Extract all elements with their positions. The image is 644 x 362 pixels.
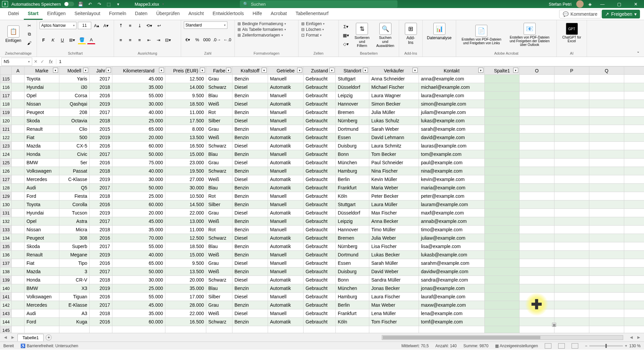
cell[interactable] [485,226,520,234]
row-header[interactable]: 136 [0,251,12,259]
cell[interactable]: Bremen [336,108,369,117]
cell[interactable]: Gebraucht [304,142,336,150]
cell[interactable]: laura@example.com [419,92,485,100]
cell[interactable]: Hannover [336,100,369,108]
cell[interactable] [589,125,624,133]
cell[interactable] [624,117,644,125]
cell[interactable] [485,83,520,92]
cell[interactable] [589,267,624,276]
cell[interactable] [624,209,644,217]
cell[interactable] [12,226,24,234]
col-header-Zustand[interactable]: Zustand▾ [304,67,336,75]
cell[interactable] [232,326,268,333]
cell[interactable]: 2019 [90,209,112,217]
cell[interactable]: Honda [24,150,59,159]
merge-icon[interactable]: ⊟▾ [164,36,172,44]
cell[interactable] [12,217,24,226]
cell[interactable] [624,293,644,301]
orientation-icon[interactable]: ⟲▾ [145,21,154,29]
tab-daten[interactable]: Daten [131,8,151,20]
tab-tabellenentwurf[interactable]: Tabellenentwurf [291,8,332,20]
cell[interactable]: Schwarz [206,167,232,175]
cell[interactable] [12,184,24,192]
cell[interactable] [520,92,554,100]
cell[interactable]: 11.000 [165,108,206,117]
cell[interactable] [554,293,589,301]
cell[interactable]: Tom Becker [369,150,419,159]
cell[interactable]: 17.000 [165,293,206,301]
cell[interactable]: Max Weber [369,301,419,309]
font-color-icon[interactable]: A [87,36,95,44]
cell[interactable] [485,184,520,192]
cell[interactable]: Volkswagen [24,167,59,175]
cell[interactable] [520,251,554,259]
cell[interactable]: Grau [206,159,232,167]
cell[interactable]: 13.000 [165,217,206,226]
cell[interactable]: Manuell [268,226,304,234]
pdf-link-button[interactable]: 📄Erstellen von PDF-Dateien und Freigeben… [459,23,504,46]
cell[interactable]: Toyota [24,200,59,209]
row-header[interactable]: 117 [0,92,12,100]
row-header[interactable]: 124 [0,150,12,159]
cell[interactable]: Benzin [232,217,268,226]
cell[interactable] [624,200,644,209]
find-select-button[interactable]: 🔍Suchen und Auswählen [374,21,397,49]
cell[interactable] [589,117,624,125]
add-sheet-button[interactable]: + [46,335,52,341]
cell[interactable]: Gebraucht [304,209,336,217]
cell[interactable]: Gebraucht [304,309,336,318]
cell[interactable]: 23.000 [165,159,206,167]
cell[interactable] [520,192,554,200]
zoom-out-icon[interactable]: − [585,344,587,348]
autofill-options-icon[interactable]: ⊞ [552,323,556,327]
search-box[interactable]: 🔍 Suchen [240,0,397,8]
cell[interactable]: maxf@example.com [419,209,485,217]
cell[interactable] [485,242,520,251]
redo-icon[interactable]: ↷ [96,1,102,7]
cell[interactable] [624,83,644,92]
addins-button[interactable]: ⊞Add-Ins [402,21,420,46]
cell[interactable]: Schwarz [206,234,232,242]
cell[interactable] [589,226,624,234]
cell[interactable]: Gebraucht [304,125,336,133]
col-header-Standort[interactable]: Standort▾ [336,67,369,75]
cell[interactable]: 208 [59,108,90,117]
cell[interactable]: Simon Becker [369,100,419,108]
cell[interactable]: 2017 [90,267,112,276]
cell[interactable]: 40.000 [112,251,165,259]
cell[interactable]: Laura Schmitz [369,142,419,150]
cell[interactable]: Rot [206,226,232,234]
undo-icon[interactable]: ↶ [87,1,93,7]
delete-cells-button[interactable]: ⊟ Löschen ▾ [301,27,336,32]
cell[interactable] [12,242,24,251]
cell[interactable]: 65.000 [112,125,165,133]
cell[interactable] [485,150,520,159]
row-header[interactable]: 138 [0,267,12,276]
touch-icon[interactable]: ⬚ [106,1,112,7]
cell[interactable] [624,92,644,100]
cell[interactable]: CX-5 [59,142,90,150]
row-header[interactable]: 139 [0,276,12,284]
cell[interactable] [485,175,520,184]
cell[interactable] [485,301,520,309]
cell[interactable]: Grau [206,259,232,267]
cell[interactable] [520,209,554,217]
zoom-in-icon[interactable]: + [625,344,627,348]
enter-formula-icon[interactable]: ✓ [39,59,46,64]
cell[interactable]: 9.500 [165,259,206,267]
cell[interactable] [554,142,589,150]
font-size-select[interactable]: 11 [78,22,91,29]
cell[interactable]: juliam@example.com [419,108,485,117]
cell[interactable]: Benzin [232,242,268,251]
cell[interactable]: Ford [24,318,59,326]
fill-color-icon[interactable]: 🪣 [78,36,86,44]
row-header[interactable]: 135 [0,242,12,251]
pdf-outlook-button[interactable]: 📧Erstellen von PDF-Dateien und Freigeben… [505,21,554,48]
cell[interactable]: Julia Müller [369,108,419,117]
cell[interactable]: 2018 [90,167,112,175]
cell[interactable]: 14.500 [165,200,206,209]
tab-acrobat[interactable]: Acrobat [267,8,291,20]
cell[interactable]: 2016 [90,142,112,150]
cell[interactable]: timo@example.com [419,226,485,234]
cell[interactable]: 2016 [90,234,112,242]
